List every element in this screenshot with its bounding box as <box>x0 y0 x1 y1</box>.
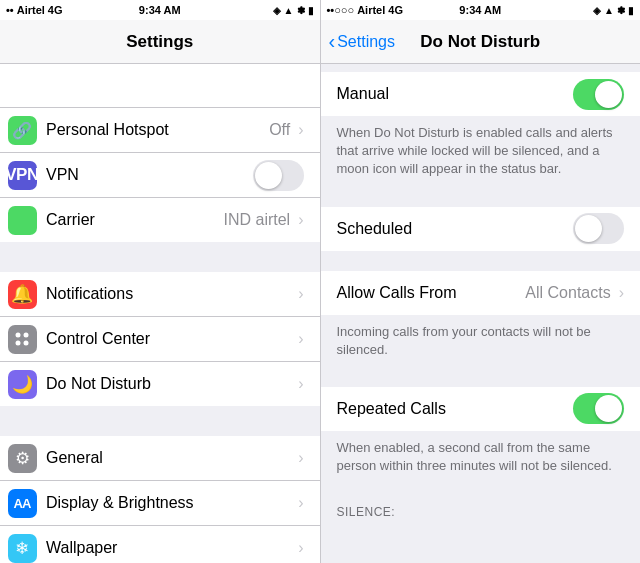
left-scroll-area[interactable]: 🔗 Personal Hotspot Off › VPN VPN Car <box>0 64 320 563</box>
list-item-display[interactable]: AA Display & Brightness › <box>0 481 320 526</box>
wallpaper-chevron: › <box>298 539 303 557</box>
display-chevron: › <box>298 494 303 512</box>
notifications-icon-container: 🔔 <box>0 272 44 316</box>
repeated-calls-section: Repeated Calls <box>321 387 641 431</box>
left-nav-title: Settings <box>126 32 193 52</box>
list-item-repeated-calls[interactable]: Repeated Calls <box>321 387 641 431</box>
left-status-time: 9:34 AM <box>139 4 181 16</box>
vpn-toggle[interactable] <box>253 160 304 191</box>
display-icon: AA <box>8 489 37 518</box>
wallpaper-label: Wallpaper <box>44 539 296 557</box>
allow-calls-value: All Contacts <box>525 284 610 302</box>
list-item-personal-hotspot[interactable]: 🔗 Personal Hotspot Off › <box>0 108 320 153</box>
allow-calls-section: Allow Calls From All Contacts › <box>321 271 641 315</box>
network-section: 🔗 Personal Hotspot Off › VPN VPN Car <box>0 108 320 242</box>
repeated-calls-info-text: When enabled, a second call from the sam… <box>321 431 641 483</box>
carrier-value: IND airtel <box>223 211 290 229</box>
right-nav-title: Do Not Disturb <box>420 32 540 52</box>
list-item-vpn[interactable]: VPN VPN <box>0 153 320 198</box>
right-carrier-name: Airtel <box>357 4 385 16</box>
wifi-icon: ▲ <box>284 5 294 16</box>
scheduled-toggle[interactable] <box>573 213 624 244</box>
hotspot-icon-container: 🔗 <box>0 108 44 152</box>
bluetooth-icon: ✽ <box>297 5 305 16</box>
list-item-allow-calls[interactable]: Allow Calls From All Contacts › <box>321 271 641 315</box>
battery-icon: ▮ <box>308 5 314 16</box>
dnd-icon-container: 🌙 <box>0 362 44 406</box>
left-panel: •• Airtel 4G 9:34 AM ◈ ▲ ✽ ▮ Settings 🔗 <box>0 0 320 563</box>
repeated-calls-toggle[interactable] <box>573 393 624 424</box>
list-item-carrier[interactable]: Carrier IND airtel › <box>0 198 320 242</box>
display-icon-container: AA <box>0 481 44 525</box>
right-status-right: ◈ ▲ ✽ ▮ <box>593 5 634 16</box>
svg-point-0 <box>16 333 21 338</box>
right-status-left: ••○○○ Airtel 4G <box>327 4 403 16</box>
right-spacer-2 <box>321 187 641 207</box>
list-item-notifications[interactable]: 🔔 Notifications › <box>0 272 320 317</box>
allow-calls-chevron: › <box>619 284 624 302</box>
dnd-icon: 🌙 <box>8 370 37 399</box>
vpn-toggle-knob <box>255 162 282 189</box>
list-item-manual[interactable]: Manual <box>321 72 641 116</box>
scheduled-toggle-knob <box>575 215 602 242</box>
display-label: Display & Brightness <box>44 494 296 512</box>
right-scroll-area[interactable]: Manual When Do Not Disturb is enabled ca… <box>321 64 641 563</box>
network-type: 4G <box>48 4 63 16</box>
general-label: General <box>44 449 296 467</box>
svg-point-2 <box>16 341 21 346</box>
right-signal-dots: ••○○○ <box>327 4 355 16</box>
left-nav-bar: Settings <box>0 20 320 64</box>
right-bluetooth-icon: ✽ <box>617 5 625 16</box>
wallpaper-icon-container: ❄ <box>0 526 44 563</box>
right-spacer-3 <box>321 251 641 271</box>
right-wifi-icon: ▲ <box>604 5 614 16</box>
vpn-icon-container: VPN <box>0 153 44 197</box>
general-chevron: › <box>298 449 303 467</box>
carrier-icon <box>8 206 37 235</box>
left-status-right: ◈ ▲ ✽ ▮ <box>273 5 314 16</box>
silence-label: SILENCE: <box>321 495 641 523</box>
back-button[interactable]: ‹ Settings <box>329 32 395 51</box>
hotspot-value: Off <box>269 121 290 139</box>
control-label: Control Center <box>44 330 296 348</box>
dnd-label: Do Not Disturb <box>44 375 296 393</box>
notifications-chevron: › <box>298 285 303 303</box>
svg-point-1 <box>24 333 29 338</box>
general-icon: ⚙ <box>8 444 37 473</box>
manual-info-text: When Do Not Disturb is enabled calls and… <box>321 116 641 187</box>
manual-toggle[interactable] <box>573 79 624 110</box>
right-spacer-4 <box>321 367 641 387</box>
location-icon: ◈ <box>273 5 281 16</box>
scheduled-label: Scheduled <box>321 220 574 238</box>
allow-calls-label: Allow Calls From <box>321 284 526 302</box>
list-item-scheduled[interactable]: Scheduled <box>321 207 641 251</box>
scheduled-section: Scheduled <box>321 207 641 251</box>
spacer-1 <box>0 242 320 272</box>
manual-label: Manual <box>321 85 574 103</box>
right-battery-icon: ▮ <box>628 5 634 16</box>
repeated-calls-toggle-knob <box>595 395 622 422</box>
partial-top-item <box>0 64 320 108</box>
allow-calls-info-text: Incoming calls from your contacts will n… <box>321 315 641 367</box>
carrier-chevron: › <box>298 211 303 229</box>
list-item-general[interactable]: ⚙ General › <box>0 436 320 481</box>
right-status-bar: ••○○○ Airtel 4G 9:34 AM ◈ ▲ ✽ ▮ <box>321 0 641 20</box>
right-spacer-5 <box>321 483 641 495</box>
signal-dots: •• <box>6 4 14 16</box>
right-status-time: 9:34 AM <box>459 4 501 16</box>
hotspot-chevron: › <box>298 121 303 139</box>
dnd-chevron: › <box>298 375 303 393</box>
left-status-left: •• Airtel 4G <box>6 4 63 16</box>
hotspot-label: Personal Hotspot <box>44 121 269 139</box>
right-network-type: 4G <box>388 4 403 16</box>
spacer-2 <box>0 406 320 436</box>
vpn-icon: VPN <box>8 161 37 190</box>
list-item-wallpaper[interactable]: ❄ Wallpaper › <box>0 526 320 563</box>
carrier-name: Airtel <box>17 4 45 16</box>
right-panel: ••○○○ Airtel 4G 9:34 AM ◈ ▲ ✽ ▮ ‹ Settin… <box>321 0 641 563</box>
list-item-dnd[interactable]: 🌙 Do Not Disturb › <box>0 362 320 406</box>
list-item-control-center[interactable]: Control Center › <box>0 317 320 362</box>
right-location-icon: ◈ <box>593 5 601 16</box>
general-icon-container: ⚙ <box>0 436 44 480</box>
notifications-label: Notifications <box>44 285 296 303</box>
